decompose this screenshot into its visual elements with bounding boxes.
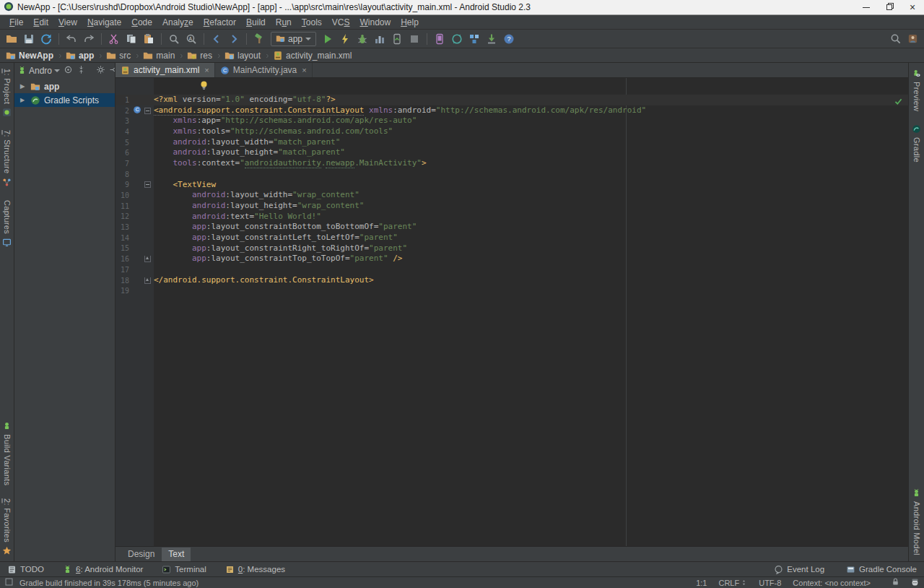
related-class-gutter-icon[interactable]: C <box>133 105 141 116</box>
caret-position[interactable]: 1:1 <box>696 579 707 587</box>
minimize-button[interactable] <box>855 0 878 14</box>
tree-item-gradle-scripts[interactable]: ▶Gradle Scripts <box>14 93 115 107</box>
close-icon[interactable]: × <box>204 66 209 74</box>
run-configuration-selector[interactable]: app <box>271 32 316 46</box>
sdk-manager-button[interactable] <box>483 31 500 47</box>
toolwindow-button-preview[interactable]: Preview <box>912 69 921 111</box>
code-line[interactable]: app:layout_constraintTop_toTopOf="parent… <box>154 254 908 264</box>
code-line[interactable]: tools:context="androidauthority.newapp.M… <box>154 158 908 169</box>
sync-button[interactable] <box>38 31 55 47</box>
menu-build[interactable]: Build <box>241 15 271 29</box>
find-button[interactable] <box>165 31 183 47</box>
expand-arrow-icon[interactable]: ▶ <box>20 83 27 90</box>
avd-manager-button[interactable] <box>431 31 448 47</box>
breadcrumb-item-app[interactable]: app <box>66 51 94 61</box>
close-button[interactable]: × <box>901 0 924 14</box>
fold-marker[interactable] <box>144 277 151 284</box>
status-hector[interactable] <box>910 577 920 588</box>
toolwindow-button-terminal[interactable]: Terminal <box>162 565 206 574</box>
maximize-button[interactable] <box>878 0 901 14</box>
undo-button[interactable] <box>63 31 80 47</box>
toolwindow-button-7-structure[interactable]: 7: Structure <box>2 130 12 186</box>
breadcrumb-item-main[interactable]: main <box>143 51 175 61</box>
copy-button[interactable] <box>123 31 140 47</box>
breadcrumb-item-activity-main-xml[interactable]: activity_main.xml <box>273 51 352 61</box>
menu-refactor[interactable]: Refactor <box>199 15 241 29</box>
toolwindow-button-build-variants[interactable]: Build Variants <box>2 421 12 485</box>
lightbulb-icon[interactable] <box>199 80 209 93</box>
menu-view[interactable]: View <box>53 15 82 29</box>
editor-tab-mainactivity-java[interactable]: CMainActivity.java× <box>215 63 313 77</box>
cut-button[interactable] <box>105 31 123 47</box>
toolwindow-button-gradle[interactable]: Gradle <box>912 124 921 163</box>
forward-button[interactable] <box>225 31 243 47</box>
code-line[interactable]: xmlns:tools="http://schemas.android.com/… <box>154 126 908 137</box>
code-line[interactable]: android:layout_height="match_parent" <box>154 147 908 158</box>
encoding-widget[interactable]: UTF-8 <box>759 579 781 587</box>
stop-button[interactable] <box>406 31 423 47</box>
coverage-button[interactable] <box>371 31 388 47</box>
debug-button[interactable] <box>354 31 371 47</box>
replace-button[interactable]: A <box>183 31 200 47</box>
toolwindow-button-6-android-monitor[interactable]: 6: Android Monitor <box>63 565 143 574</box>
code-line[interactable]: <android.support.constraint.ConstraintLa… <box>154 105 908 116</box>
menu-file[interactable]: File <box>4 15 28 29</box>
code-line[interactable]: app:layout_constraintLeft_toLeftOf="pare… <box>154 233 908 243</box>
code-line[interactable]: </android.support.constraint.ConstraintL… <box>154 275 908 286</box>
back-button[interactable] <box>208 31 225 47</box>
toolwindow-button-android-model[interactable]: Android Model <box>912 488 921 555</box>
code-line[interactable]: android:layout_width="wrap_content" <box>154 190 908 201</box>
menu-edit[interactable]: Edit <box>28 15 53 29</box>
toolwindow-button-captures[interactable]: Captures <box>2 200 12 247</box>
code-editor[interactable]: 12C345678910111213141516171819 <?xml ver… <box>116 78 908 547</box>
code-line[interactable]: <?xml version="1.0" encoding="utf-8"?> <box>154 95 908 105</box>
code-line[interactable]: <TextView <box>154 180 908 191</box>
collapse-button[interactable] <box>77 65 86 77</box>
status-lock[interactable] <box>891 577 900 588</box>
fold-marker[interactable] <box>144 108 151 114</box>
project-structure-button[interactable] <box>466 31 483 47</box>
code-line[interactable]: android:layout_width="match_parent" <box>154 137 908 148</box>
gradle-sync-button[interactable] <box>448 31 466 47</box>
inspection-status-icon[interactable] <box>894 98 903 108</box>
avatar-button[interactable] <box>904 31 921 47</box>
code-line[interactable]: xmlns:app="http://schemas.android.com/ap… <box>154 116 908 126</box>
menu-analyze[interactable]: Analyze <box>157 15 199 29</box>
editor-code-area[interactable]: <?xml version="1.0" encoding="utf-8"?><a… <box>154 78 908 546</box>
code-line[interactable] <box>154 169 908 180</box>
code-line[interactable] <box>154 285 908 296</box>
fold-marker[interactable] <box>144 181 151 188</box>
editor-tab-activity-main-xml[interactable]: activity_main.xml× <box>116 63 215 77</box>
breadcrumb-item-res[interactable]: res <box>187 51 212 61</box>
code-line[interactable] <box>154 264 908 275</box>
tree-item-app[interactable]: ▶app <box>14 79 115 93</box>
open-button[interactable] <box>3 31 20 47</box>
target-button[interactable] <box>64 65 73 77</box>
attach-debugger-button[interactable] <box>388 31 406 47</box>
menu-tools[interactable]: Tools <box>297 15 327 29</box>
tab-design[interactable]: Design <box>121 548 161 561</box>
paste-button[interactable] <box>140 31 157 47</box>
menu-navigate[interactable]: Navigate <box>82 15 126 29</box>
fold-marker[interactable] <box>144 256 151 262</box>
code-line[interactable]: android:layout_height="wrap_content" <box>154 201 908 212</box>
help-button[interactable]: ? <box>500 31 518 47</box>
toolwindow-button-0-messages[interactable]: 0: Messages <box>225 565 285 574</box>
menu-run[interactable]: Run <box>271 15 297 29</box>
breadcrumb-item-newapp[interactable]: NewApp <box>6 51 53 61</box>
menu-vcs[interactable]: VCS <box>327 15 355 29</box>
instant-run-button[interactable] <box>336 31 354 47</box>
menu-window[interactable]: Window <box>354 15 396 29</box>
toolwindow-button-event-log[interactable]: Event Log <box>774 565 824 574</box>
code-line[interactable]: android:text="Hello World!" <box>154 212 908 222</box>
expand-arrow-icon[interactable]: ▶ <box>20 97 27 103</box>
close-icon[interactable]: × <box>302 66 306 74</box>
code-line[interactable]: app:layout_constraintRight_toRightOf="pa… <box>154 243 908 254</box>
make-project-button[interactable] <box>250 31 268 47</box>
run-button[interactable] <box>319 31 336 47</box>
gear-button[interactable] <box>96 65 105 77</box>
breadcrumb-item-src[interactable]: src <box>106 51 131 61</box>
project-view-selector[interactable]: Andro <box>17 66 60 76</box>
toolwindow-button-gradle-console[interactable]: Gradle Console <box>846 565 917 574</box>
save-all-button[interactable] <box>20 31 38 47</box>
